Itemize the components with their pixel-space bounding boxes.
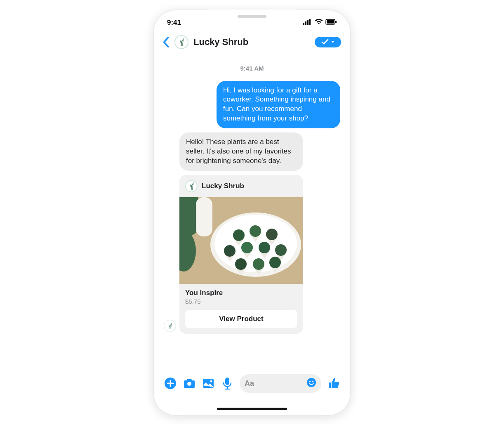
status-time: 9:41 [167, 19, 181, 27]
sender-avatar-small[interactable] [164, 320, 176, 332]
camera-button[interactable] [183, 377, 196, 390]
status-indicators [303, 19, 337, 27]
svg-rect-2 [307, 20, 309, 25]
svg-rect-38 [225, 378, 229, 385]
thumbs-up-icon [327, 377, 340, 390]
chat-header: Lucky Shrub [161, 35, 343, 53]
add-button[interactable] [164, 377, 177, 390]
svg-point-33 [269, 257, 281, 268]
microphone-icon [223, 377, 232, 390]
user-message[interactable]: Hi, I was looking for a gift for a cowor… [217, 81, 340, 129]
svg-point-40 [309, 381, 311, 382]
product-price: $5.75 [185, 298, 297, 305]
svg-point-15 [233, 229, 245, 241]
composer: Aa [161, 369, 343, 406]
svg-point-37 [210, 380, 212, 382]
conversation[interactable]: 9:41 AM Hi, I was looking for a gift for… [161, 53, 343, 369]
phone-frame: 9:41 Lucky Shrub [153, 9, 351, 416]
svg-point-41 [312, 381, 313, 382]
image-icon [202, 378, 214, 389]
checkmark-icon [321, 39, 329, 45]
svg-point-17 [250, 225, 261, 237]
plant-icon [187, 182, 196, 191]
back-button[interactable] [163, 37, 170, 47]
svg-point-35 [187, 382, 191, 386]
svg-point-27 [275, 244, 287, 256]
chat-title[interactable]: Lucky Shrub [193, 37, 310, 47]
thread-timestamp: 9:41 AM [164, 65, 340, 72]
phone-notch [209, 9, 295, 24]
emoji-button[interactable] [306, 378, 316, 390]
speaker [238, 15, 266, 18]
message-input[interactable]: Aa [240, 374, 321, 393]
svg-point-23 [241, 242, 253, 253]
camera-icon [183, 378, 195, 389]
product-card-header: Lucky Shrub [179, 175, 303, 197]
battery-icon [325, 19, 337, 27]
svg-point-21 [224, 245, 236, 257]
voice-button[interactable] [221, 377, 234, 390]
home-indicator[interactable] [217, 408, 287, 410]
svg-point-19 [266, 229, 278, 240]
product-card[interactable]: Lucky Shrub [179, 175, 303, 334]
svg-rect-1 [305, 21, 306, 25]
merchant-avatar [185, 180, 198, 192]
message-placeholder: Aa [245, 379, 254, 388]
wifi-icon [315, 19, 323, 27]
gallery-button[interactable] [202, 377, 215, 390]
product-title: You Inspire [185, 289, 297, 297]
like-button[interactable] [327, 377, 340, 390]
merchant-name: Lucky Shrub [202, 182, 244, 190]
plant-icon [177, 38, 186, 47]
svg-point-39 [307, 378, 316, 387]
plant-icon [166, 322, 174, 330]
svg-point-29 [235, 258, 247, 270]
message-row-user: Hi, I was looking for a gift for a cowor… [164, 81, 340, 129]
svg-point-31 [253, 258, 264, 270]
smile-icon [306, 378, 316, 387]
svg-point-25 [259, 242, 270, 253]
svg-rect-6 [335, 21, 337, 23]
mark-done-button[interactable] [315, 37, 341, 47]
svg-rect-5 [327, 20, 334, 24]
message-row-bot: Hello! These plants are a best seller. I… [164, 132, 340, 171]
svg-rect-3 [309, 19, 311, 25]
svg-rect-0 [303, 23, 304, 25]
cellular-icon [303, 19, 312, 27]
chat-avatar[interactable] [174, 35, 188, 49]
plus-circle-icon [164, 377, 177, 390]
svg-rect-11 [196, 197, 212, 236]
caret-down-icon [331, 41, 334, 43]
product-image[interactable] [179, 197, 303, 284]
bot-message[interactable]: Hello! These plants are a best seller. I… [179, 132, 303, 171]
